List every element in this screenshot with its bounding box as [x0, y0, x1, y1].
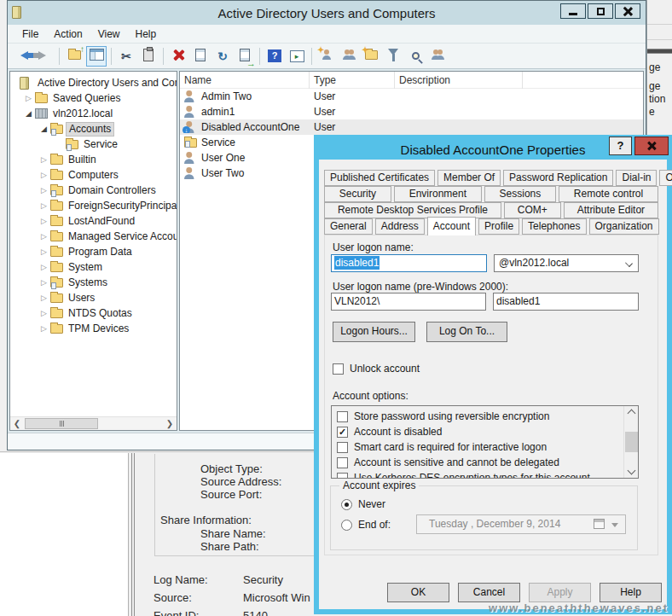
new-group-button[interactable]	[339, 46, 359, 67]
tab-com[interactable]: COM+	[504, 202, 561, 218]
tree-item-system[interactable]: ▷System	[10, 259, 177, 275]
tab-dial-in[interactable]: Dial-in	[616, 170, 657, 186]
expander-icon[interactable]: ▷	[38, 324, 50, 333]
scrollbar-thumb[interactable]	[625, 432, 638, 452]
paste-button[interactable]	[138, 46, 159, 67]
tab-password-replication[interactable]: Password Replication	[503, 170, 613, 186]
expires-never-row[interactable]: Never	[341, 498, 385, 510]
tree-item-lostandfound[interactable]: ▷LostAndFound	[10, 213, 177, 229]
dialog-help-button[interactable]: ?	[609, 137, 632, 155]
help-button[interactable]: ?	[264, 46, 285, 67]
unlock-account-row[interactable]: Unlock account	[333, 363, 420, 375]
tree-item-users[interactable]: ▷Users	[10, 290, 177, 305]
tree-horizontal-scrollbar[interactable]: ❮ ❯	[10, 416, 177, 430]
tab-attribute-editor[interactable]: Attribute Editor	[564, 202, 658, 218]
unchecked-checkbox[interactable]	[337, 442, 348, 453]
export-list-button[interactable]: →	[235, 46, 255, 67]
show-console-tree-button[interactable]	[86, 46, 107, 67]
expander-icon[interactable]: ▷	[38, 171, 50, 179]
expander-icon[interactable]: ◢	[38, 125, 50, 133]
expander-icon[interactable]: ▷	[38, 217, 50, 225]
expander-icon[interactable]: ▷	[38, 186, 50, 195]
find-button[interactable]	[405, 46, 426, 67]
up-one-level-button[interactable]: ↑	[64, 46, 84, 67]
scroll-right-icon[interactable]: ❯	[163, 417, 177, 430]
scroll-left-icon[interactable]: ❮	[10, 417, 24, 430]
tab-member-of[interactable]: Member Of	[437, 170, 501, 186]
tree-item-foreignsecurityprincipals[interactable]: ▷ForeignSecurityPrincipals	[10, 198, 177, 213]
tree-item-program-data[interactable]: ▷Program Data	[10, 244, 177, 259]
expander-icon[interactable]: ▷	[38, 293, 50, 302]
pre2000-name-input[interactable]: disabled1	[493, 293, 639, 311]
title-bar[interactable]: Active Directory Users and Computers	[8, 1, 646, 25]
user-logon-name-input[interactable]: disabled1	[331, 254, 487, 272]
tree-item-computers[interactable]: ▷Computers	[10, 167, 177, 183]
tree-item-vln2012-local[interactable]: ◢vln2012.local	[10, 106, 177, 121]
cancel-button[interactable]: Cancel	[458, 583, 520, 602]
expander-icon[interactable]: ▷	[38, 155, 50, 164]
menu-item-action[interactable]: Action	[46, 26, 90, 42]
checked-checkbox[interactable]: ✓	[337, 427, 348, 438]
tree-item-domain-controllers[interactable]: ▷Domain Controllers	[10, 183, 177, 198]
expander-icon[interactable]: ▷	[38, 263, 50, 271]
forward-button[interactable]	[34, 46, 55, 67]
tab-remote-control[interactable]: Remote control	[559, 186, 658, 202]
scrollbar-thumb[interactable]	[25, 418, 98, 429]
tree-item-accounts[interactable]: ◢Accounts	[10, 121, 177, 137]
expander-icon[interactable]: ▷	[38, 247, 50, 256]
expander-icon[interactable]: ▷	[38, 309, 50, 317]
tab-security[interactable]: Security	[324, 186, 391, 202]
scroll-up-icon[interactable]	[625, 407, 638, 420]
dialog-close-button[interactable]	[634, 137, 669, 155]
tree-item-managed-service-accounts[interactable]: ▷Managed Service Accounts	[10, 229, 177, 244]
upn-suffix-dropdown[interactable]: @vln2012.local	[494, 254, 639, 272]
expander-icon[interactable]: ▷	[38, 201, 50, 210]
options-vertical-scrollbar[interactable]	[623, 406, 638, 478]
column-header-name[interactable]: Name	[180, 72, 310, 89]
option-account-is-disabled[interactable]: ✓Account is disabled	[332, 424, 638, 439]
tab-address[interactable]: Address	[375, 218, 425, 235]
filter-button[interactable]	[383, 46, 403, 67]
help-button[interactable]: Help	[600, 583, 662, 602]
expander-icon[interactable]: ▷	[38, 278, 50, 287]
log-on-to-button[interactable]: Log On To...	[426, 322, 507, 342]
never-radio[interactable]	[341, 499, 352, 510]
list-item-admin1[interactable]: admin1User	[180, 104, 643, 119]
unlock-account-checkbox[interactable]	[333, 363, 344, 375]
tab-account[interactable]: Account	[427, 217, 476, 235]
tree-item-tpm-devices[interactable]: ▷TPM Devices	[10, 321, 177, 336]
special-group-button[interactable]	[427, 46, 448, 67]
ok-button[interactable]: OK	[387, 583, 449, 602]
expander-icon[interactable]: ◢	[22, 109, 35, 118]
tab-general[interactable]: General	[324, 218, 373, 235]
delete-button[interactable]	[168, 46, 188, 67]
minimize-button[interactable]	[560, 3, 586, 19]
dialog-title-bar[interactable]: Disabled AccountOne Properties ?	[319, 139, 667, 160]
tab-environment[interactable]: Environment	[394, 186, 482, 202]
close-button[interactable]	[615, 3, 640, 19]
expires-end-of-row[interactable]: End of:	[341, 519, 391, 531]
column-header-description[interactable]: Description	[395, 72, 523, 89]
new-ou-button[interactable]: ✦	[361, 46, 381, 67]
tree-item-active-directory-users-and-computers[interactable]: Active Directory Users and Computers	[10, 75, 177, 90]
expander-icon[interactable]: ▷	[38, 232, 50, 241]
scroll-down-icon[interactable]	[625, 464, 638, 477]
option-account-is-sensitive-and-cannot-be-delegated[interactable]: Account is sensitive and cannot be deleg…	[332, 455, 638, 470]
tree-item-ntds-quotas[interactable]: ▷NTDS Quotas	[10, 305, 177, 321]
end-of-radio[interactable]	[341, 520, 352, 531]
tab-organization[interactable]: Organization	[589, 218, 659, 235]
menu-item-file[interactable]: File	[14, 26, 46, 42]
option-store-password-using-reversible-encryption[interactable]: Store password using reversible encrypti…	[332, 409, 638, 424]
unchecked-checkbox[interactable]	[337, 411, 348, 422]
properties-button[interactable]	[190, 46, 211, 67]
refresh-button[interactable]: ↻	[212, 46, 233, 67]
list-item-disabled-accountone[interactable]: ↓Disabled AccountOneUser	[180, 119, 643, 135]
tree-item-builtin[interactable]: ▷Builtin	[10, 152, 177, 167]
expiry-date-field[interactable]: Tuesday , December 9, 2014	[416, 514, 626, 534]
menu-item-help[interactable]: Help	[128, 26, 165, 42]
tab-published-certificates[interactable]: Published Certificates	[324, 170, 435, 186]
list-item-admin-two[interactable]: Admin TwoUser	[180, 89, 643, 104]
tab-telephones[interactable]: Telephones	[522, 218, 586, 235]
tree-item-service[interactable]: Service	[10, 137, 177, 152]
unchecked-checkbox[interactable]	[337, 457, 348, 468]
